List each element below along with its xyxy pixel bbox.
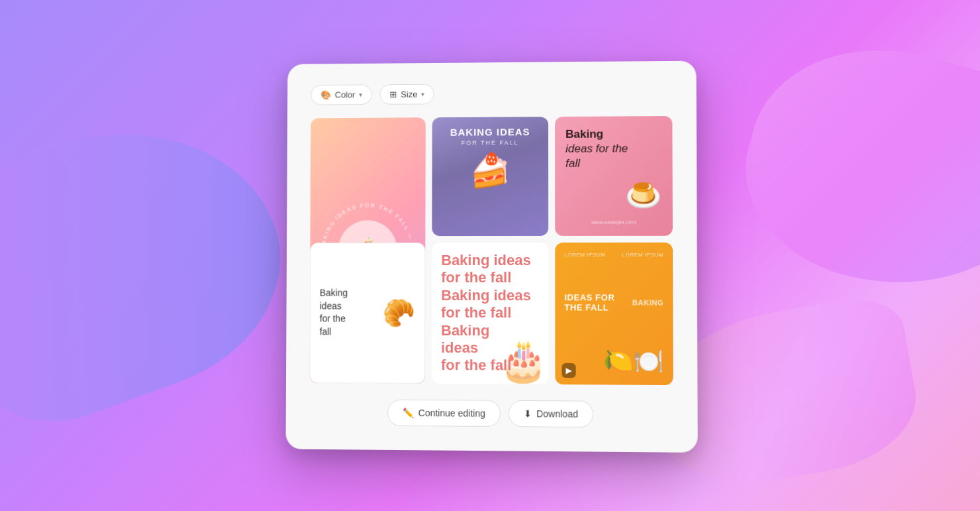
size-button[interactable]: ⊞ Size ▾ (380, 84, 434, 104)
paint-stroke-left (0, 84, 313, 447)
continue-editing-button[interactable]: ✏️ Continue editing (387, 399, 501, 426)
color-label: Color (335, 89, 356, 99)
item-2-title: BAKING IDEAS (450, 126, 530, 139)
item-3-line1: Baking (565, 127, 603, 140)
continue-editing-label: Continue editing (418, 407, 485, 418)
dessert-emoji: 🍮 (565, 178, 662, 213)
color-button[interactable]: 🎨 Color ▾ (311, 84, 372, 105)
grid-item-6[interactable]: LOREM IPSUM LOREM IPSUM IDEAS FOR THE FA… (555, 242, 673, 384)
pastry-emoji: 🥐 (383, 297, 416, 328)
download-button[interactable]: ⬇ Download (509, 400, 593, 427)
toolbar: 🎨 Color ▾ ⊞ Size ▾ (311, 82, 672, 105)
download-label: Download (536, 408, 578, 420)
paint-stroke-right (723, 19, 980, 320)
item-6-label-left: LOREM IPSUM (564, 252, 605, 258)
item-6-title: IDEAS FOR THE FALL (564, 292, 627, 312)
plates-emoji: 🍋🍽️ (564, 347, 663, 375)
play-icon-6: ▶ (565, 365, 571, 374)
item-3-line3: fall (565, 157, 580, 170)
item-6-header: LOREM IPSUM LOREM IPSUM (564, 252, 663, 258)
item-6-titles: IDEAS FOR THE FALL BAKING (564, 292, 663, 313)
color-icon: 🎨 (320, 89, 331, 99)
item-3-url: www.example.com (565, 219, 662, 225)
template-grid: BAKING IDEAS FOR THE FALL — BAKING IDEAS… (309, 116, 673, 385)
footer: ✏️ Continue editing ⬇ Download (309, 398, 673, 427)
grid-item-2[interactable]: BAKING IDEAS FOR THE FALL 🍰 (432, 117, 548, 236)
item-6-title2: BAKING (632, 298, 663, 306)
download-icon: ⬇ (524, 408, 532, 418)
size-label: Size (401, 89, 417, 99)
item-2-subtitle: FOR THE FALL (462, 139, 519, 146)
item-4-text: Bakingideasfor thefall (320, 286, 348, 338)
grid-item-4[interactable]: Bakingideasfor thefall 🥐 (309, 243, 425, 384)
item-5-text: Baking ideasfor the fallBaking ideasfor … (441, 252, 531, 375)
item-3-text: Baking ideas for the fall (565, 127, 662, 171)
cake-emoji: 🍰 (469, 151, 511, 190)
video-badge-6: ▶ (562, 363, 575, 377)
size-icon: ⊞ (390, 89, 397, 99)
item-6-label-right: LOREM IPSUM (622, 252, 663, 258)
chevron-down-icon-2: ▾ (421, 90, 424, 97)
pencil-icon: ✏️ (403, 407, 414, 418)
grid-item-5[interactable]: Baking ideasfor the fallBaking ideasfor … (432, 243, 548, 384)
chevron-down-icon: ▾ (359, 91, 362, 98)
grid-item-3[interactable]: Baking ideas for the fall 🍮 www.example.… (555, 116, 673, 236)
main-card: 🎨 Color ▾ ⊞ Size ▾ BAKING IDEAS FOR THE … (285, 60, 697, 452)
item-3-line2: ideas for the (565, 142, 628, 154)
